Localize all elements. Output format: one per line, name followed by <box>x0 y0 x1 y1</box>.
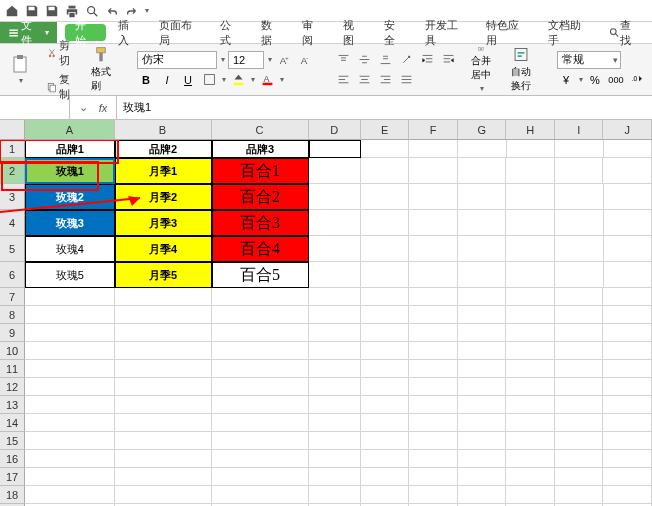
cell[interactable] <box>25 306 114 324</box>
formula-input[interactable]: 玫瑰1 <box>116 96 652 119</box>
cell[interactable] <box>409 468 458 486</box>
cell[interactable]: 百合4 <box>212 236 309 262</box>
cell[interactable] <box>309 396 361 414</box>
cell[interactable] <box>212 360 309 378</box>
cell[interactable] <box>458 450 507 468</box>
inc-decimal-icon[interactable]: .0 <box>628 71 646 89</box>
cell[interactable] <box>555 210 604 236</box>
col-header-j[interactable]: J <box>603 120 652 139</box>
tab-review[interactable]: 审阅 <box>292 22 333 43</box>
cell[interactable] <box>458 468 507 486</box>
cell[interactable] <box>604 236 653 262</box>
cell[interactable] <box>458 184 507 210</box>
row-header[interactable]: 4 <box>0 210 25 236</box>
cell[interactable] <box>361 486 410 504</box>
cell[interactable] <box>115 432 212 450</box>
cell[interactable] <box>212 324 309 342</box>
cell[interactable] <box>458 378 507 396</box>
font-name-input[interactable]: 仿宋 <box>137 51 217 69</box>
cell[interactable]: 百合1 <box>212 158 309 184</box>
cell[interactable] <box>507 140 556 158</box>
cell[interactable] <box>506 360 555 378</box>
cell[interactable] <box>555 468 604 486</box>
cell[interactable] <box>361 450 410 468</box>
cell[interactable] <box>604 184 653 210</box>
cell[interactable]: 玫瑰3 <box>25 210 114 236</box>
col-header-h[interactable]: H <box>506 120 555 139</box>
cell[interactable] <box>409 262 458 288</box>
cell[interactable] <box>458 342 507 360</box>
cell[interactable] <box>361 184 410 210</box>
cell[interactable] <box>212 342 309 360</box>
thousands-icon[interactable]: 000 <box>607 71 625 89</box>
cell[interactable]: 玫瑰1 <box>25 158 114 184</box>
cell[interactable] <box>604 210 653 236</box>
cell[interactable] <box>603 450 652 468</box>
cut-button[interactable]: 剪切 <box>44 37 77 69</box>
cell[interactable] <box>212 414 309 432</box>
cell[interactable] <box>555 486 604 504</box>
bold-icon[interactable]: B <box>137 71 155 89</box>
row-header[interactable]: 9 <box>0 324 25 342</box>
cell[interactable] <box>555 432 604 450</box>
row-header[interactable]: 17 <box>0 468 25 486</box>
cell[interactable] <box>309 158 361 184</box>
cell[interactable] <box>409 210 458 236</box>
cell[interactable] <box>361 378 410 396</box>
increase-font-icon[interactable]: A+ <box>275 51 293 69</box>
cell[interactable] <box>25 468 114 486</box>
cell[interactable] <box>555 378 604 396</box>
merge-center-button[interactable]: 合并居中▾ <box>465 46 497 93</box>
cell[interactable] <box>115 324 212 342</box>
cell[interactable] <box>309 414 361 432</box>
qat-expand-icon[interactable]: ▾ <box>145 6 149 15</box>
cell[interactable] <box>458 288 507 306</box>
cell[interactable] <box>115 450 212 468</box>
cell[interactable]: 月季3 <box>115 210 212 236</box>
cell[interactable] <box>309 450 361 468</box>
cell[interactable] <box>212 450 309 468</box>
cell[interactable] <box>309 306 361 324</box>
cell[interactable] <box>458 306 507 324</box>
cell[interactable] <box>603 378 652 396</box>
cell[interactable] <box>409 360 458 378</box>
align-top-icon[interactable] <box>334 51 352 69</box>
row-header[interactable]: 11 <box>0 360 25 378</box>
cell[interactable] <box>361 324 410 342</box>
col-header-i[interactable]: I <box>555 120 604 139</box>
cell[interactable] <box>506 158 555 184</box>
cell[interactable] <box>212 378 309 396</box>
cell[interactable] <box>555 158 604 184</box>
cell[interactable] <box>25 450 114 468</box>
cell[interactable]: 月季5 <box>115 262 212 288</box>
tab-insert[interactable]: 插入 <box>108 22 149 43</box>
redo-icon[interactable] <box>124 3 140 19</box>
cell[interactable] <box>555 140 604 158</box>
cell[interactable] <box>555 236 604 262</box>
cell[interactable] <box>309 342 361 360</box>
cell[interactable] <box>409 432 458 450</box>
row-header[interactable]: 12 <box>0 378 25 396</box>
cell[interactable] <box>604 262 653 288</box>
cell[interactable] <box>409 140 458 158</box>
row-header[interactable]: 1 <box>0 140 25 158</box>
cell[interactable] <box>309 378 361 396</box>
cell[interactable] <box>458 414 507 432</box>
format-painter-button[interactable]: 格式刷 <box>85 46 117 93</box>
row-header[interactable]: 7 <box>0 288 25 306</box>
row-header[interactable]: 10 <box>0 342 25 360</box>
cell[interactable] <box>555 288 604 306</box>
font-color-icon[interactable]: A <box>258 71 276 89</box>
cell[interactable] <box>603 158 652 184</box>
save-as-icon[interactable] <box>44 3 60 19</box>
cell[interactable] <box>309 262 361 288</box>
cell[interactable] <box>25 324 114 342</box>
cell[interactable] <box>603 486 652 504</box>
cell[interactable] <box>361 414 410 432</box>
cell[interactable] <box>115 378 212 396</box>
name-box[interactable] <box>0 96 70 119</box>
cell[interactable] <box>458 432 507 450</box>
number-format-combo[interactable]: 常规 <box>557 51 621 69</box>
percent-icon[interactable]: % <box>586 71 604 89</box>
cell[interactable] <box>603 360 652 378</box>
